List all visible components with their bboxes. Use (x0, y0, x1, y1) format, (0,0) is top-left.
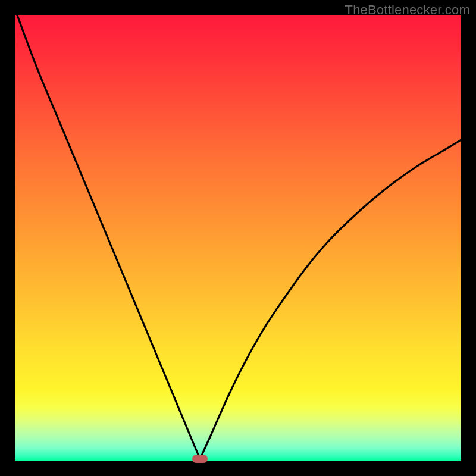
curve-layer (15, 15, 461, 461)
watermark-text: TheBottlenecker.com (345, 2, 470, 18)
bottleneck-marker (192, 455, 208, 463)
bottleneck-curve (17, 15, 461, 459)
